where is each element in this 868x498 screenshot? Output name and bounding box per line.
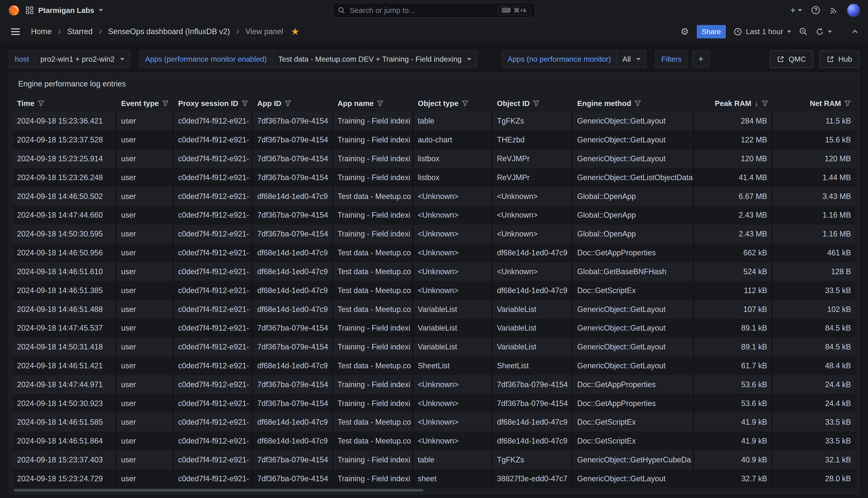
refresh-button[interactable] (816, 28, 832, 36)
avatar[interactable] (847, 4, 860, 17)
filters-label[interactable]: Filters (655, 50, 687, 68)
table-cell: c0ded7f4-f912-e921- (174, 187, 253, 206)
column-header-net-ram[interactable]: Net RAM (773, 99, 855, 108)
filter-icon[interactable] (241, 100, 248, 107)
table-cell: 48.4 kB (773, 356, 855, 375)
menu-icon[interactable] (9, 26, 22, 37)
table-cell: user (117, 131, 174, 149)
breadcrumb-starred[interactable]: Starred (67, 27, 93, 36)
column-header-app-name[interactable]: App name (333, 99, 413, 108)
table-row: 2024-09-18 15:23:26.248userc0ded7f4-f912… (13, 168, 855, 187)
table-cell: c0ded7f4-f912-e921- (174, 338, 253, 356)
keyboard-shortcut-badge: ⌨ ⌘+k (498, 6, 530, 15)
new-menu-button[interactable]: + (790, 5, 802, 15)
variable-apps-enabled-label[interactable]: Apps (performance monitor enabled) (139, 50, 273, 68)
table-cell: df68e14d-1ed0-47c9 (253, 356, 333, 375)
chevron-down-icon (798, 9, 802, 11)
table-cell: GenericObject::GetLayout (573, 131, 694, 149)
filter-icon[interactable] (844, 100, 851, 107)
column-header-engine-method[interactable]: Engine method (573, 99, 694, 108)
filter-icon[interactable] (162, 100, 169, 107)
variable-host-label[interactable]: host (9, 50, 35, 68)
variable-apps-disabled-value[interactable]: All (617, 50, 646, 68)
table-cell: Training - Field indexi (333, 469, 413, 488)
table-row: 2024-09-18 15:23:37.403userc0ded7f4-f912… (13, 450, 855, 469)
rss-icon (829, 6, 838, 15)
table-cell: Doc::GetScriptEx (573, 281, 694, 300)
table-cell: 7df367ba-079e-4154 (253, 450, 333, 469)
table-cell: listbox (413, 149, 493, 168)
table-cell: <Unknown> (413, 432, 493, 450)
hub-link-button[interactable]: Hub (820, 50, 859, 68)
column-header-app-id[interactable]: App ID (253, 99, 333, 108)
column-header-label: App name (338, 99, 373, 108)
panel-engine-performance: Engine performance log entries TimeEvent… (9, 73, 859, 494)
filter-icon[interactable] (762, 100, 768, 107)
help-button[interactable] (811, 5, 820, 15)
external-link-icon (777, 56, 784, 63)
gear-icon[interactable]: ⚙ (681, 27, 689, 36)
column-header-object-type[interactable]: Object type (413, 99, 493, 108)
horizontal-scrollbar-thumb[interactable] (14, 489, 423, 492)
column-header-label: Peak RAM (715, 99, 751, 108)
variable-host-value[interactable]: pro2-win1 + pro2-win2 (35, 50, 130, 68)
plus-icon: + (790, 5, 796, 15)
table-cell: user (117, 149, 174, 168)
table-cell: user (117, 338, 174, 356)
table-cell: 2024-09-18 15:23:25.914 (13, 149, 117, 168)
table-cell: c0ded7f4-f912-e921- (174, 432, 253, 450)
add-filter-button[interactable]: + (692, 50, 710, 68)
table-cell: Test data - Meetup.co (333, 356, 413, 375)
qmc-link-button[interactable]: QMC (770, 50, 813, 68)
table-cell: 2024-09-18 15:23:37.528 (13, 131, 117, 149)
table-cell: 2024-09-18 14:47:45.537 (13, 319, 117, 338)
table-cell: 24.4 kB (773, 375, 855, 394)
top-navigation-bar: Ptarmigan Labs Search or jump to... ⌨ ⌘+… (0, 0, 868, 21)
column-header-object-id[interactable]: Object ID (492, 99, 573, 108)
table-cell: c0ded7f4-f912-e921- (174, 319, 253, 338)
adhoc-filters: Filters + (655, 50, 710, 68)
table-cell: <Unknown> (413, 262, 493, 281)
filter-icon[interactable] (38, 100, 44, 107)
hub-link-label: Hub (838, 55, 852, 63)
filter-icon[interactable] (285, 100, 291, 107)
table-cell: auto-chart (413, 131, 493, 149)
variables-row: host pro2-win1 + pro2-win2 Apps (perform… (0, 50, 868, 68)
table-cell: c0ded7f4-f912-e921- (174, 262, 253, 281)
column-header-peak-ram[interactable]: Peak RAM↓ (694, 99, 773, 108)
column-header-proxy-session-id[interactable]: Proxy session ID (174, 99, 253, 108)
time-range-picker[interactable]: Last 1 hour (734, 27, 791, 36)
star-icon[interactable]: ★ (291, 27, 300, 36)
table-cell: df68e14d-1ed0-47c9 (492, 432, 573, 450)
share-button[interactable]: Share (697, 25, 726, 38)
filter-icon[interactable] (634, 100, 641, 107)
table-cell: user (117, 375, 174, 394)
table-row: 2024-09-18 14:47:44.971userc0ded7f4-f912… (13, 375, 855, 394)
breadcrumb-dashboard[interactable]: SenseOps dashboard (InfluxDB v2) (108, 27, 230, 36)
collapse-panel-button[interactable] (851, 28, 859, 36)
column-header-event-type[interactable]: Event type (117, 99, 174, 108)
zoom-out-button[interactable] (799, 27, 808, 36)
panel-title[interactable]: Engine performance log entries (13, 73, 855, 95)
table-cell: user (117, 281, 174, 300)
table-cell: c0ded7f4-f912-e921- (174, 300, 253, 319)
filter-icon[interactable] (533, 100, 540, 107)
table-cell: 112 kB (694, 281, 773, 300)
org-switcher[interactable]: Ptarmigan Labs (25, 6, 103, 15)
breadcrumb-home[interactable]: Home (31, 27, 52, 36)
table-cell: Global::OpenApp (573, 225, 694, 244)
grafana-logo[interactable] (8, 4, 20, 16)
column-header-time[interactable]: Time (13, 99, 117, 108)
variable-apps-disabled-label[interactable]: Apps (no performance monitor) (502, 50, 617, 68)
filter-icon[interactable] (377, 100, 384, 107)
filter-icon[interactable] (462, 100, 468, 107)
table-row: 2024-09-18 15:23:37.528userc0ded7f4-f912… (13, 131, 855, 149)
news-button[interactable] (829, 6, 838, 15)
qmc-link-label: QMC (789, 55, 806, 63)
table-row: 2024-09-18 14:46:51.421userc0ded7f4-f912… (13, 356, 855, 375)
table-cell: 1.44 MB (773, 168, 855, 187)
search-input[interactable]: Search or jump to... ⌨ ⌘+k (333, 3, 535, 18)
sort-desc-icon[interactable]: ↓ (754, 99, 758, 107)
variable-apps-enabled-value[interactable]: Test data - Meetup.com DEV + Training - … (273, 50, 477, 68)
table-cell: user (117, 469, 174, 488)
